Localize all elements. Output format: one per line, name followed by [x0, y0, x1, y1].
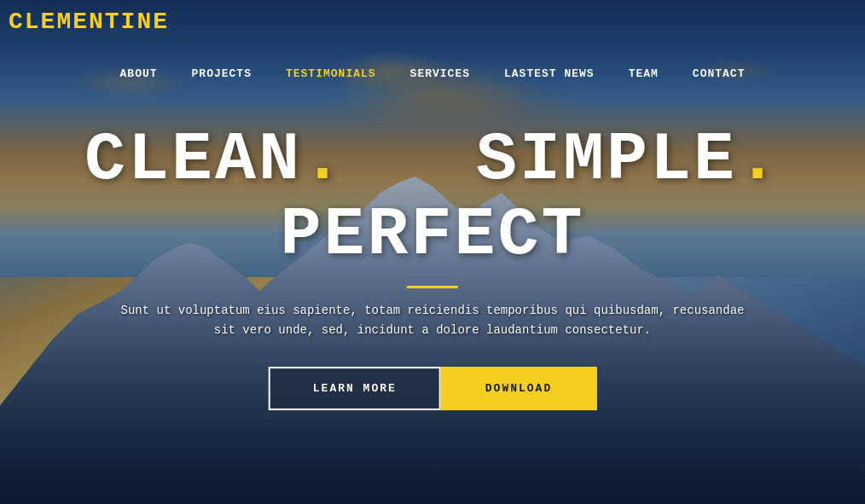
nav-about[interactable]: ABOUT [120, 67, 158, 80]
nav-services[interactable]: SERVICES [410, 67, 470, 80]
learn-more-button[interactable]: LEARN MORE [269, 367, 441, 410]
tagline-part2: SIMPLE [476, 121, 737, 199]
tagline-dot1: . [302, 121, 345, 199]
main-nav: ABOUT PROJECTS TESTIMONIALS SERVICES LAS… [0, 67, 865, 80]
hero-tagline: CLEAN. SIMPLE. PERFECT [44, 123, 822, 273]
hero-section: CLEMENTINE ABOUT PROJECTS TESTIMONIALS S… [0, 0, 865, 504]
hero-buttons: LEARN MORE DOWNLOAD [44, 367, 822, 410]
hero-description: Sunt ut voluptatum eius sapiente, totam … [113, 301, 752, 342]
nav-latest-news[interactable]: LASTEST NEWS [504, 67, 595, 80]
nav-team[interactable]: TEAM [629, 67, 659, 80]
nav-testimonials[interactable]: TESTIMONIALS [286, 67, 376, 80]
nav-projects[interactable]: PROJECTS [192, 67, 252, 80]
tagline-part3: PERFECT [280, 196, 584, 274]
tagline-part1: CLEAN [84, 121, 302, 199]
nav-contact[interactable]: CONTACT [693, 67, 746, 80]
download-button[interactable]: DOWNLOAD [441, 367, 596, 410]
hero-divider [407, 286, 458, 288]
tagline-dot2: . [737, 121, 781, 199]
logo[interactable]: CLEMENTINE [9, 9, 169, 35]
header: CLEMENTINE ABOUT PROJECTS TESTIMONIALS S… [0, 0, 865, 89]
hero-content: CLEAN. SIMPLE. PERFECT Sunt ut voluptatu… [44, 123, 822, 411]
